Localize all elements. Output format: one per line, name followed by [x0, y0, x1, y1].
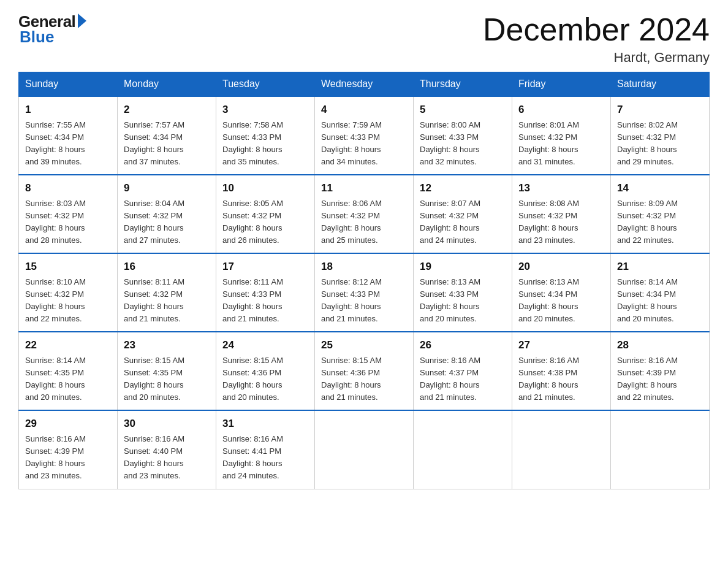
calendar-day-cell: 19Sunrise: 8:13 AMSunset: 4:33 PMDayligh…: [414, 253, 512, 332]
calendar-day-cell: 3Sunrise: 7:58 AMSunset: 4:33 PMDaylight…: [216, 96, 315, 175]
weekday-header-saturday: Saturday: [611, 72, 710, 97]
day-number: 14: [617, 180, 703, 196]
day-info: Sunrise: 8:13 AMSunset: 4:33 PMDaylight:…: [420, 276, 506, 326]
day-number: 11: [321, 180, 407, 196]
calendar-day-cell: 30Sunrise: 8:16 AMSunset: 4:40 PMDayligh…: [118, 410, 216, 489]
calendar-day-cell: 5Sunrise: 8:00 AMSunset: 4:33 PMDaylight…: [414, 96, 512, 175]
day-info: Sunrise: 8:06 AMSunset: 4:32 PMDaylight:…: [321, 197, 407, 247]
weekday-header-row: SundayMondayTuesdayWednesdayThursdayFrid…: [19, 72, 710, 97]
day-info: Sunrise: 8:11 AMSunset: 4:32 PMDaylight:…: [124, 276, 210, 326]
weekday-header-sunday: Sunday: [19, 72, 118, 97]
day-info: Sunrise: 8:16 AMSunset: 4:41 PMDaylight:…: [222, 433, 308, 483]
calendar-day-cell: 18Sunrise: 8:12 AMSunset: 4:33 PMDayligh…: [315, 253, 414, 332]
calendar-week-row: 29Sunrise: 8:16 AMSunset: 4:39 PMDayligh…: [19, 410, 710, 489]
calendar-day-cell: 12Sunrise: 8:07 AMSunset: 4:32 PMDayligh…: [414, 175, 512, 253]
day-number: 7: [617, 102, 703, 118]
calendar-day-cell: 23Sunrise: 8:15 AMSunset: 4:35 PMDayligh…: [118, 332, 216, 410]
title-block: December 2024 Hardt, Germany: [483, 12, 710, 66]
calendar-day-cell: 25Sunrise: 8:15 AMSunset: 4:36 PMDayligh…: [315, 332, 414, 410]
day-number: 19: [420, 259, 506, 275]
day-number: 17: [222, 259, 308, 275]
day-number: 2: [124, 102, 210, 118]
calendar-day-cell: 8Sunrise: 8:03 AMSunset: 4:32 PMDaylight…: [19, 175, 118, 253]
location: Hardt, Germany: [483, 50, 710, 66]
day-info: Sunrise: 8:02 AMSunset: 4:32 PMDaylight:…: [617, 119, 703, 169]
calendar-day-cell: 31Sunrise: 8:16 AMSunset: 4:41 PMDayligh…: [216, 410, 315, 489]
day-number: 21: [617, 259, 703, 275]
page-header: General Blue December 2024 Hardt, German…: [18, 12, 710, 66]
calendar-week-row: 15Sunrise: 8:10 AMSunset: 4:32 PMDayligh…: [19, 253, 710, 332]
day-number: 25: [321, 337, 407, 353]
calendar-day-cell: 24Sunrise: 8:15 AMSunset: 4:36 PMDayligh…: [216, 332, 315, 410]
logo-blue-text: Blue: [20, 28, 54, 47]
calendar-day-cell: 2Sunrise: 7:57 AMSunset: 4:34 PMDaylight…: [118, 96, 216, 175]
day-number: 15: [25, 259, 111, 275]
day-number: 24: [222, 337, 308, 353]
calendar-day-cell: 21Sunrise: 8:14 AMSunset: 4:34 PMDayligh…: [611, 253, 710, 332]
empty-cell: [611, 410, 710, 489]
calendar-day-cell: 7Sunrise: 8:02 AMSunset: 4:32 PMDaylight…: [611, 96, 710, 175]
day-number: 23: [124, 337, 210, 353]
day-number: 27: [518, 337, 604, 353]
calendar-day-cell: 16Sunrise: 8:11 AMSunset: 4:32 PMDayligh…: [118, 253, 216, 332]
day-number: 12: [420, 180, 506, 196]
calendar-day-cell: 4Sunrise: 7:59 AMSunset: 4:33 PMDaylight…: [315, 96, 414, 175]
day-number: 9: [124, 180, 210, 196]
day-info: Sunrise: 8:08 AMSunset: 4:32 PMDaylight:…: [518, 197, 604, 247]
logo-arrow-icon: [78, 13, 86, 28]
day-info: Sunrise: 8:14 AMSunset: 4:35 PMDaylight:…: [25, 354, 111, 404]
day-info: Sunrise: 7:55 AMSunset: 4:34 PMDaylight:…: [25, 119, 111, 169]
empty-cell: [315, 410, 414, 489]
day-number: 3: [222, 102, 308, 118]
calendar-day-cell: 27Sunrise: 8:16 AMSunset: 4:38 PMDayligh…: [512, 332, 611, 410]
day-info: Sunrise: 8:13 AMSunset: 4:34 PMDaylight:…: [518, 276, 604, 326]
empty-cell: [512, 410, 611, 489]
day-info: Sunrise: 8:04 AMSunset: 4:32 PMDaylight:…: [124, 197, 210, 247]
day-number: 31: [222, 416, 308, 432]
calendar-day-cell: 1Sunrise: 7:55 AMSunset: 4:34 PMDaylight…: [19, 96, 118, 175]
day-number: 28: [617, 337, 703, 353]
weekday-header-wednesday: Wednesday: [315, 72, 414, 97]
calendar-day-cell: 14Sunrise: 8:09 AMSunset: 4:32 PMDayligh…: [611, 175, 710, 253]
calendar-day-cell: 29Sunrise: 8:16 AMSunset: 4:39 PMDayligh…: [19, 410, 118, 489]
day-info: Sunrise: 8:00 AMSunset: 4:33 PMDaylight:…: [420, 119, 506, 169]
day-info: Sunrise: 8:16 AMSunset: 4:40 PMDaylight:…: [124, 433, 210, 483]
calendar-week-row: 1Sunrise: 7:55 AMSunset: 4:34 PMDaylight…: [19, 96, 710, 175]
day-number: 30: [124, 416, 210, 432]
day-info: Sunrise: 7:59 AMSunset: 4:33 PMDaylight:…: [321, 119, 407, 169]
empty-cell: [414, 410, 512, 489]
day-info: Sunrise: 7:57 AMSunset: 4:34 PMDaylight:…: [124, 119, 210, 169]
calendar-day-cell: 10Sunrise: 8:05 AMSunset: 4:32 PMDayligh…: [216, 175, 315, 253]
day-number: 1: [25, 102, 111, 118]
logo: General Blue: [18, 12, 86, 47]
calendar-week-row: 8Sunrise: 8:03 AMSunset: 4:32 PMDaylight…: [19, 175, 710, 253]
day-number: 13: [518, 180, 604, 196]
day-number: 10: [222, 180, 308, 196]
calendar-day-cell: 22Sunrise: 8:14 AMSunset: 4:35 PMDayligh…: [19, 332, 118, 410]
day-number: 18: [321, 259, 407, 275]
calendar-day-cell: 28Sunrise: 8:16 AMSunset: 4:39 PMDayligh…: [611, 332, 710, 410]
weekday-header-monday: Monday: [118, 72, 216, 97]
day-number: 16: [124, 259, 210, 275]
day-info: Sunrise: 8:16 AMSunset: 4:39 PMDaylight:…: [25, 433, 111, 483]
day-info: Sunrise: 8:05 AMSunset: 4:32 PMDaylight:…: [222, 197, 308, 247]
day-info: Sunrise: 8:15 AMSunset: 4:36 PMDaylight:…: [222, 354, 308, 404]
day-info: Sunrise: 8:11 AMSunset: 4:33 PMDaylight:…: [222, 276, 308, 326]
calendar-day-cell: 6Sunrise: 8:01 AMSunset: 4:32 PMDaylight…: [512, 96, 611, 175]
weekday-header-tuesday: Tuesday: [216, 72, 315, 97]
calendar-table: SundayMondayTuesdayWednesdayThursdayFrid…: [18, 72, 710, 489]
day-info: Sunrise: 8:12 AMSunset: 4:33 PMDaylight:…: [321, 276, 407, 326]
day-info: Sunrise: 8:10 AMSunset: 4:32 PMDaylight:…: [25, 276, 111, 326]
weekday-header-friday: Friday: [512, 72, 611, 97]
day-info: Sunrise: 8:14 AMSunset: 4:34 PMDaylight:…: [617, 276, 703, 326]
calendar-day-cell: 15Sunrise: 8:10 AMSunset: 4:32 PMDayligh…: [19, 253, 118, 332]
weekday-header-thursday: Thursday: [414, 72, 512, 97]
day-info: Sunrise: 8:16 AMSunset: 4:38 PMDaylight:…: [518, 354, 604, 404]
calendar-day-cell: 11Sunrise: 8:06 AMSunset: 4:32 PMDayligh…: [315, 175, 414, 253]
day-info: Sunrise: 7:58 AMSunset: 4:33 PMDaylight:…: [222, 119, 308, 169]
day-info: Sunrise: 8:16 AMSunset: 4:37 PMDaylight:…: [420, 354, 506, 404]
day-number: 22: [25, 337, 111, 353]
day-info: Sunrise: 8:09 AMSunset: 4:32 PMDaylight:…: [617, 197, 703, 247]
day-info: Sunrise: 8:03 AMSunset: 4:32 PMDaylight:…: [25, 197, 111, 247]
calendar-day-cell: 13Sunrise: 8:08 AMSunset: 4:32 PMDayligh…: [512, 175, 611, 253]
